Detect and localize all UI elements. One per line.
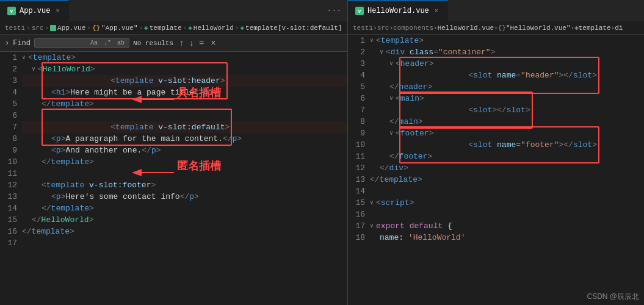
find-bar: › Find Aa .* ab No results ↑ ↓ = × (0, 35, 347, 52)
left-code-lines: ∨ <template> ∨ <HelloWorld> <template v-… (22, 52, 347, 305)
right-line-4: <slot name="header"></slot> (370, 70, 644, 81)
left-code-editor: 1 2 3 4 5 6 7 8 9 10 11 12 13 14 15 16 1 (0, 52, 347, 305)
right-tab-helloworld-vue[interactable]: V HelloWorld.vue × (348, 0, 448, 21)
left-line-8: <p>A paragraph for the main content.</p> (22, 133, 347, 145)
find-label: Find (13, 39, 31, 48)
right-code-lines: ∨ <template> ∨ <div class="container"> ∨… (370, 35, 644, 305)
left-line-14: </template> (22, 203, 347, 214)
right-line-11: </footer> (370, 151, 644, 162)
right-line-13: </template> (370, 174, 644, 185)
find-opt-word[interactable]: .* (102, 39, 113, 47)
right-tab-close[interactable]: × (433, 7, 440, 16)
left-line-13: <p>Here's some contact info</p> (22, 191, 347, 203)
left-tab-filename: App.vue (20, 7, 50, 15)
right-line-16 (370, 209, 644, 220)
tab-ellipsis[interactable]: ··· (321, 0, 347, 21)
vue-icon: V (7, 7, 16, 15)
right-line-17: ∨ export default { (370, 220, 644, 232)
right-line-18: name: 'HelloWorld' (370, 232, 644, 243)
left-breadcrumb: test1› src› App.vue› {}"App.vue"› ◈templ… (0, 21, 347, 35)
find-input[interactable] (37, 40, 86, 47)
find-nav: ↑ ↓ = (177, 38, 206, 48)
right-line-10: <slot name="footer"></slot> (370, 139, 644, 151)
right-code-editor: 1 2 3 4 5 6 7 8 9 10 11 12 13 14 15 16 1 (348, 35, 644, 305)
vue-icon-right: V (355, 7, 364, 15)
left-line-7: <template v-slot:default> (22, 121, 347, 133)
find-opt-case[interactable]: Aa (89, 39, 99, 47)
right-line-15: ∨ <script> (370, 197, 644, 209)
find-prev[interactable]: ↑ (177, 38, 186, 48)
find-input-wrap[interactable]: Aa .* ab (34, 38, 129, 48)
left-line-17 (22, 237, 347, 249)
right-line-7: <slot></slot> (370, 104, 644, 116)
find-close[interactable]: × (211, 38, 215, 48)
right-breadcrumb: test1› src› components› HelloWorld.vue› … (348, 21, 644, 35)
left-line-3: <template v-slot:header> (22, 75, 347, 87)
right-line-numbers: 1 2 3 4 5 6 7 8 9 10 11 12 13 14 15 16 1 (348, 35, 370, 305)
left-line-10: </template> (22, 156, 347, 168)
watermark: CSDN @辰辰北 (587, 292, 639, 302)
find-next[interactable]: ↓ (187, 38, 195, 48)
left-line-4: <h1>Here might be a page title</h1> (22, 87, 347, 98)
left-line-numbers: 1 2 3 4 5 6 7 8 9 10 11 12 13 14 15 16 1 (0, 52, 22, 305)
find-no-results: No results (133, 40, 173, 47)
find-opt-regex[interactable]: ab (115, 39, 126, 47)
left-line-9: <p>And another one.</p> (22, 145, 347, 156)
left-line-15: </HelloWorld> (22, 214, 347, 226)
find-replace[interactable]: = (197, 38, 206, 48)
right-line-14 (370, 185, 644, 197)
find-chevron[interactable]: › (5, 39, 9, 48)
left-tab-close[interactable]: × (54, 7, 61, 16)
left-line-16: </template> (22, 226, 347, 237)
left-tab-app-vue[interactable]: V App.vue × (0, 0, 69, 21)
right-line-12: </div> (370, 162, 644, 174)
right-line-1: ∨ <template> (370, 35, 644, 46)
left-line-12: <template v-slot:footer> (22, 179, 347, 191)
right-tab-filename: HelloWorld.vue (367, 7, 429, 15)
left-line-11 (22, 168, 347, 179)
